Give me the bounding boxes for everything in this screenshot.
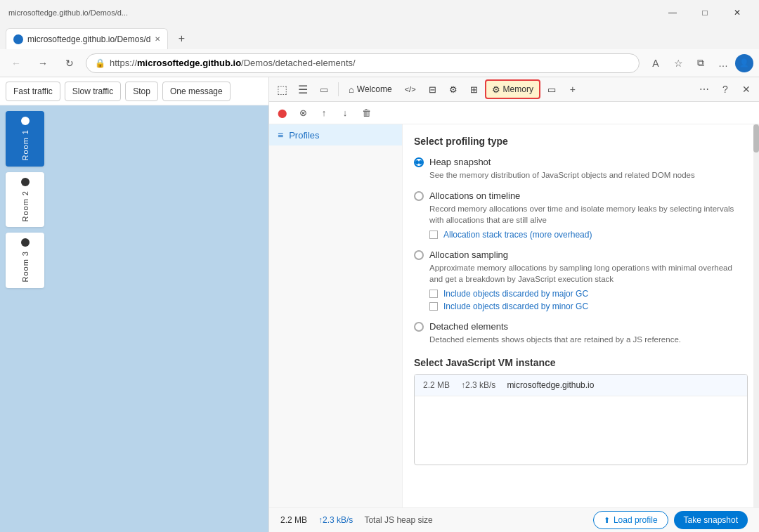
room-1-dot [21, 117, 30, 125]
status-mem: 2.2 MB [280, 515, 307, 525]
tab-welcome[interactable]: ⌂ Welcome [343, 79, 398, 99]
detached-elements-radio[interactable] [414, 322, 424, 332]
more-button[interactable]: … [713, 53, 734, 74]
allocation-sampling-row[interactable]: Allocation sampling [414, 249, 748, 260]
devtools-subtoolbar: ⬤ ⊗ ↑ ↓ 🗑 [269, 102, 759, 124]
detached-elements-row[interactable]: Detached elements [414, 321, 748, 332]
room-2-card[interactable]: Room 2 [6, 172, 44, 228]
allocation-sampling-radio[interactable] [414, 250, 424, 260]
room-2-dot [21, 178, 30, 186]
heap-snapshot-radio[interactable] [414, 157, 424, 167]
main-content: Fast traffic Slow traffic Stop One messa… [0, 77, 759, 532]
minimize-button[interactable]: — [656, 0, 689, 25]
url-path: /Demos/detached-elements/ [241, 58, 356, 68]
home-icon: ⌂ [349, 84, 354, 95]
detached-elements-label: Detached elements [429, 321, 508, 332]
webpage-panel: Fast traffic Slow traffic Stop One messa… [0, 77, 269, 532]
record-button[interactable]: ⬤ [272, 103, 292, 123]
allocation-stack-traces-checkbox[interactable] [429, 231, 438, 239]
tab-sources[interactable]: </> [399, 79, 422, 99]
include-minor-gc-row[interactable]: Include objects discarded by minor GC [414, 301, 748, 311]
scrollbar-thumb[interactable] [753, 124, 759, 153]
one-message-button[interactable]: One message [162, 82, 231, 101]
refresh-button[interactable]: ↻ [59, 53, 80, 74]
url-bar[interactable]: 🔒 https://microsoftedge.github.io/Demos/… [86, 53, 640, 73]
vm-instance-url: microsoftedge.github.io [507, 380, 594, 390]
tab-performance[interactable]: ⚙ [443, 79, 463, 99]
status-bar: 2.2 MB ↑2.3 kB/s Total JS heap size ⬆ Lo… [269, 507, 759, 532]
load-profile-button[interactable]: ⬆ Load profile [593, 511, 668, 529]
heap-snapshot-row[interactable]: Heap snapshot [414, 157, 748, 167]
sources-icon: </> [405, 85, 416, 93]
font-size-button[interactable]: A [645, 53, 666, 74]
console-button[interactable]: ☰ [293, 79, 313, 99]
profiling-type-title: Select profiling type [414, 136, 748, 147]
fast-traffic-button[interactable]: Fast traffic [6, 82, 60, 101]
slow-traffic-button[interactable]: Slow traffic [65, 82, 121, 101]
inspect-element-button[interactable]: ⬚ [272, 79, 292, 99]
devtools-panel: ⬚ ☰ ▭ ⌂ Welcome </> ⊟ ⚙ ⊞ ⚙ Memory ▭ + ⋯… [269, 77, 759, 532]
new-tab-button[interactable]: + [171, 28, 192, 49]
stop-button[interactable]: Stop [125, 82, 158, 101]
allocations-timeline-row[interactable]: Allocations on timeline [414, 190, 748, 201]
room-3-label: Room 3 [21, 251, 30, 283]
allocation-stack-traces-row[interactable]: Allocation stack traces (more overhead) [414, 230, 748, 240]
room-3-card[interactable]: Room 3 [6, 233, 44, 288]
take-snapshot-button[interactable]: Take snapshot [674, 511, 748, 529]
tab-add-button[interactable]: + [563, 79, 583, 99]
webpage-toolbar: Fast traffic Slow traffic Stop One messa… [0, 77, 268, 105]
device-emulation-button[interactable]: ▭ [314, 79, 334, 99]
title-bar-controls: — □ ✕ [656, 0, 753, 25]
load-profile-icon: ⬆ [604, 516, 610, 525]
tab-welcome-label: Welcome [357, 84, 392, 94]
sidebar-item-profiles[interactable]: ≡ Profiles [269, 124, 402, 145]
profiles-icon: ≡ [278, 129, 283, 141]
back-button[interactable]: ← [6, 53, 27, 74]
forward-button[interactable]: → [32, 53, 53, 74]
browser-tab[interactable]: microsoftedge.github.io/Demos/d ✕ [6, 28, 168, 49]
close-devtools-button[interactable]: ✕ [737, 79, 756, 99]
window-title: microsoftedge.github.io/Demos/d... [6, 8, 128, 17]
detached-elements-option: Detached elements Detached elements show… [414, 321, 748, 345]
stop-recording-button[interactable]: ⊗ [293, 103, 313, 123]
devtools-main: Select profiling type Heap snapshot See … [403, 124, 759, 507]
include-major-gc-row[interactable]: Include objects discarded by major GC [414, 289, 748, 299]
include-major-gc-checkbox[interactable] [429, 290, 438, 298]
address-bar: ← → ↻ 🔒 https://microsoftedge.github.io/… [0, 49, 759, 77]
vm-instance-mem: 2.2 MB [423, 380, 450, 390]
vm-instance-row[interactable]: 2.2 MB ↑2.3 kB/s microsoftedge.github.io [415, 375, 747, 396]
status-speed: ↑2.3 kB/s [318, 515, 353, 525]
clear-button[interactable]: 🗑 [356, 103, 376, 123]
allocation-sampling-desc: Approximate memory allocations by sampli… [414, 262, 748, 285]
rooms-area: Room 1 Room 2 Room 3 [0, 105, 268, 532]
vm-instance-speed: ↑2.3 kB/s [461, 380, 495, 390]
tab-network[interactable]: ⊟ [423, 79, 442, 99]
tab-lighthouse[interactable]: ▭ [542, 79, 562, 99]
allocations-timeline-desc: Record memory allocations over time and … [414, 203, 748, 226]
include-major-gc-label: Include objects discarded by major GC [443, 289, 588, 299]
download-button[interactable]: ↓ [335, 103, 355, 123]
scrollbar-track [753, 124, 759, 507]
detached-elements-desc: Detached elements shows objects that are… [414, 334, 748, 345]
help-button[interactable]: ? [715, 79, 735, 99]
room-1-label: Room 1 [21, 129, 30, 161]
toolbar-separator-1 [338, 82, 339, 96]
devtools-sidebar: ≡ Profiles [269, 124, 403, 507]
profile-button[interactable]: 👤 [735, 54, 753, 72]
status-heap-label: Total JS heap size [364, 515, 432, 525]
tab-application[interactable]: ⊞ [465, 79, 484, 99]
close-button[interactable]: ✕ [721, 0, 753, 25]
include-minor-gc-checkbox[interactable] [429, 302, 438, 311]
extensions-button[interactable]: ⧉ [690, 53, 711, 74]
tab-memory-label: Memory [503, 84, 533, 94]
allocation-sampling-option: Allocation sampling Approximate memory a… [414, 249, 748, 311]
allocations-timeline-radio[interactable] [414, 191, 424, 201]
more-tools-button[interactable]: ⋯ [694, 79, 714, 99]
room-1-card[interactable]: Room 1 [6, 111, 44, 167]
maximize-button[interactable]: □ [689, 0, 721, 25]
upload-button[interactable]: ↑ [314, 103, 334, 123]
tab-close-button[interactable]: ✕ [155, 35, 160, 43]
favorites-button[interactable]: ☆ [668, 53, 689, 74]
allocation-sampling-label: Allocation sampling [429, 249, 508, 260]
tab-memory[interactable]: ⚙ Memory [485, 79, 540, 99]
